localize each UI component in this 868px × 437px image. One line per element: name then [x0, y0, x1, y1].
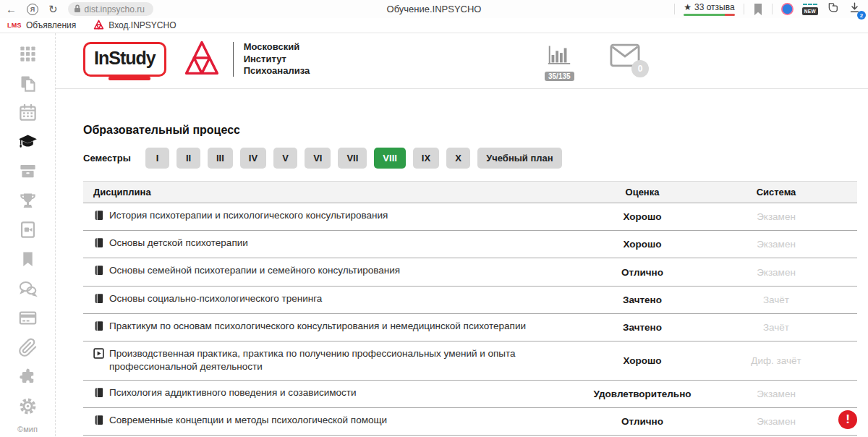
lms-favicon: LMS [7, 22, 22, 29]
system-value: Зачёт [695, 294, 857, 305]
divider [744, 4, 744, 14]
discipline-name: Основы социально-психологического тренин… [109, 292, 322, 305]
chat-icon[interactable] [17, 278, 38, 300]
grade-value: Хорошо [590, 355, 695, 366]
table-row[interactable]: Практикум по основам психологического ко… [83, 314, 857, 341]
semester-button[interactable]: IX [413, 148, 439, 169]
discipline-name: Практикум по основам психологического ко… [109, 320, 526, 333]
new-extension-icon[interactable]: NEW [802, 7, 818, 15]
book-icon [93, 237, 104, 252]
discipline-name: Психология аддиктивного поведения и соза… [109, 386, 356, 399]
semester-button[interactable]: III [208, 148, 233, 169]
reviews-count: 33 отзыва [694, 2, 735, 12]
table-row[interactable]: Психология аддиктивного поведения и соза… [83, 381, 857, 408]
bookmark-icon[interactable] [17, 249, 38, 271]
system-value: Экзамен [695, 416, 857, 427]
system-value: Диф. зачёт [695, 355, 857, 366]
puzzle-icon[interactable] [17, 366, 38, 388]
discipline-name: История психотерапии и психологического … [109, 209, 388, 222]
apps-grid-icon[interactable] [17, 43, 38, 65]
bookmark-lms[interactable]: LMS Объявления [7, 20, 76, 30]
discipline-name: Основы детской психотерапии [109, 237, 248, 250]
bar-chart-icon [545, 41, 573, 71]
star-icon: ★ [684, 2, 692, 12]
grade-value: Хорошо [590, 239, 695, 250]
paperclip-icon[interactable] [17, 336, 38, 358]
lock-icon [74, 3, 81, 16]
calendar-icon[interactable] [17, 102, 38, 124]
grade-value: Зачтено [590, 322, 695, 333]
semester-button[interactable]: VII [338, 148, 367, 169]
payment-card-icon[interactable] [17, 307, 38, 329]
grade-value: Хорошо [590, 211, 695, 222]
site-header: InStudy Московский Институт Психоанализа… [56, 33, 868, 89]
alert-notification-icon[interactable]: ! [838, 410, 857, 429]
table-row[interactable]: Основы детской психотерапии Хорошо Экзам… [83, 231, 857, 258]
page-title: Образовательный процесс [83, 124, 868, 137]
documents-icon[interactable] [17, 73, 38, 95]
semester-button[interactable]: IV [240, 148, 266, 169]
bookmarks-bar: LMS Объявления Вход.INPSYCHO [0, 18, 868, 33]
progress-count-badge: 35/135 [545, 72, 574, 81]
institute-name: Московский Институт Психоанализа [244, 41, 310, 77]
yandex-search-icon[interactable]: Я [27, 4, 38, 15]
system-value: Экзамен [695, 267, 857, 278]
brand-logos: InStudy Московский Институт Психоанализа [83, 40, 310, 79]
grades-table: Дисциплина Оценка Система Исто [83, 181, 857, 436]
mip-triangle-logo[interactable] [182, 40, 221, 79]
semester-button[interactable]: VI [305, 148, 331, 169]
grade-value: Отлично [590, 416, 695, 427]
book-icon [93, 265, 104, 279]
semester-button[interactable]: V [273, 148, 297, 169]
collections-icon[interactable] [827, 1, 840, 17]
divider [772, 4, 773, 14]
graduation-cap-icon[interactable] [17, 132, 38, 153]
back-icon[interactable]: ← [6, 4, 17, 14]
extension-browser-icon[interactable] [781, 3, 793, 15]
col-system: Система [695, 182, 857, 203]
bookmark-flag-icon[interactable] [753, 4, 763, 15]
semester-buttons: I II III IV V VI VII VIII [145, 148, 562, 169]
instudy-logo[interactable]: InStudy [83, 42, 166, 77]
grade-value: Зачтено [590, 294, 695, 305]
site-reviews-widget[interactable]: ★ 33 отзыва [684, 2, 734, 16]
trophy-icon[interactable] [17, 190, 38, 212]
progress-stats-button[interactable]: 35/135 [545, 41, 574, 81]
table-row[interactable]: Современные концепции и методы психологи… [83, 408, 857, 436]
downloads-count-badge: 2 [857, 11, 866, 20]
system-value: Экзамен [695, 389, 857, 399]
archive-box-icon[interactable] [17, 161, 38, 182]
semesters-row: Семестры I II III IV V VI VII [83, 148, 868, 169]
semester-button[interactable]: I [145, 148, 169, 169]
book-icon [93, 210, 104, 224]
messages-count-badge: 0 [631, 60, 649, 77]
discipline-name: Современные концепции и методы психологи… [109, 414, 387, 427]
semesters-label: Семестры [83, 153, 145, 164]
play-video-icon [93, 348, 104, 362]
messages-button[interactable]: 0 [610, 43, 640, 70]
bookmark-label: Объявления [26, 20, 76, 30]
copyright-label: ©мип [17, 425, 38, 436]
discipline-name: Производственная практика, практика по п… [109, 347, 579, 373]
instudy-logo-underline [109, 77, 150, 80]
table-row[interactable]: Основы семейной психотерапии и семейного… [83, 258, 857, 286]
inpsycho-triangle-favicon [93, 20, 104, 32]
video-file-icon[interactable] [17, 219, 38, 241]
semester-button[interactable]: Учебный план [477, 148, 561, 169]
gear-icon[interactable] [17, 395, 38, 417]
table-row[interactable]: Основы социально-психологического тренин… [83, 287, 857, 314]
system-value: Зачёт [695, 322, 857, 333]
semester-button[interactable]: VIII [374, 148, 406, 169]
divider [233, 42, 234, 77]
table-row[interactable]: Производственная практика, практика по п… [83, 341, 857, 380]
table-row[interactable]: История психотерапии и психологического … [83, 203, 857, 231]
semester-button[interactable]: X [446, 148, 470, 169]
refresh-icon[interactable]: ↻ [48, 4, 58, 14]
bookmark-inpsycho[interactable]: Вход.INPSYCHO [93, 20, 176, 32]
col-grade: Оценка [590, 182, 695, 203]
table-header: Дисциплина Оценка Система [83, 181, 857, 203]
downloads-icon[interactable]: 2 [848, 1, 861, 17]
book-icon [93, 415, 104, 429]
semester-button[interactable]: II [176, 148, 200, 169]
address-bar[interactable]: dist.inpsycho.ru [68, 2, 153, 16]
